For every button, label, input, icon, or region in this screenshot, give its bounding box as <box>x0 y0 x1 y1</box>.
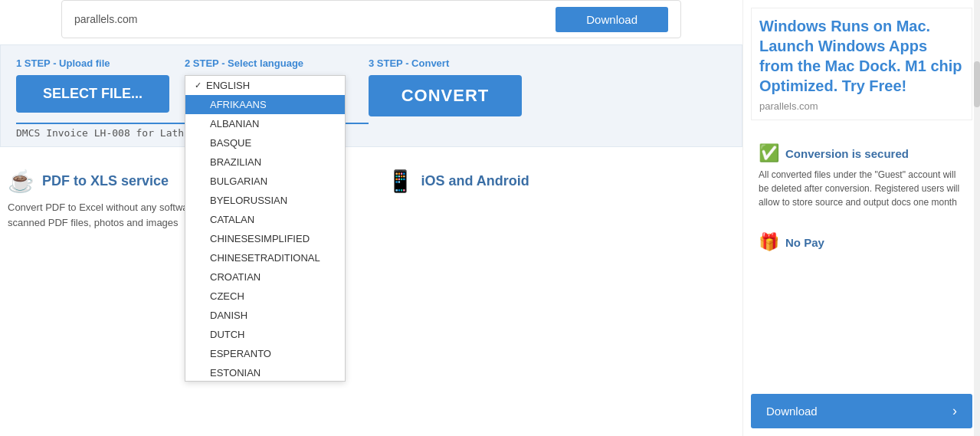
scrollbar-thumb[interactable] <box>974 61 980 107</box>
right-panel: Windows Runs on Mac. Launch Windows Apps… <box>742 0 980 436</box>
language-option-english[interactable]: ✓ENGLISH <box>185 76 345 95</box>
language-label: DANISH <box>210 310 247 321</box>
language-option-catalan[interactable]: CATALAN <box>185 210 345 229</box>
checkmark-icon: ✓ <box>195 80 202 90</box>
download-button-right[interactable]: Download › <box>751 394 972 428</box>
language-option-byelorussian[interactable]: BYELORUSSIAN <box>185 191 345 210</box>
language-label: BULGARIAN <box>210 175 267 187</box>
pdf-service-title: PDF to XLS service <box>42 173 169 189</box>
language-option-croatian[interactable]: CROATIAN <box>185 267 345 287</box>
no-pay-row: 🎁 No Pay <box>759 232 965 252</box>
language-label: BASQUE <box>210 137 251 149</box>
conversion-title: Conversion is secured <box>785 147 909 160</box>
language-label: CZECH <box>210 290 244 302</box>
language-option-chinesetraditional[interactable]: CHINESETRADITIONAL <box>185 248 345 267</box>
conversion-title-row: ✅ Conversion is secured <box>759 143 965 163</box>
language-label: ESPERANTO <box>210 348 271 359</box>
steps-row: 1 STEP - Upload file SELECT FILE... 2 ST… <box>16 57 726 116</box>
ad-text: Windows Runs on Mac. Launch Windows Apps… <box>759 16 964 96</box>
main-content: parallels.com Download 1 STEP - Upload f… <box>0 0 742 436</box>
step1-block: 1 STEP - Upload file SELECT FILE... <box>16 57 169 113</box>
ios-icon: 📱 <box>387 169 414 194</box>
top-bar: parallels.com Download <box>61 0 681 38</box>
language-label: AFRIKAANS <box>210 99 267 110</box>
language-option-dutch[interactable]: DUTCH <box>185 325 345 344</box>
url-text: parallels.com <box>74 13 137 25</box>
step2-block: 2 STEP - Select language ✓ENGLISHAFRIKAA… <box>185 57 346 75</box>
language-label: DUTCH <box>210 329 245 340</box>
ios-title-row: 📱 iOS and Android <box>387 169 736 194</box>
step3-block: 3 STEP - Convert CONVERT <box>369 57 522 116</box>
language-option-brazilian[interactable]: BRAZILIAN <box>185 152 345 172</box>
language-option-danish[interactable]: DANISH <box>185 306 345 325</box>
ios-service-block: 📱 iOS and Android <box>379 161 743 238</box>
language-label: CHINESESIMPLIFIED <box>210 233 310 244</box>
step1-label: 1 STEP - Upload file <box>16 57 110 69</box>
conversion-icon: ✅ <box>759 143 779 163</box>
language-label: CHINESETRADITIONAL <box>210 252 320 264</box>
dropdown-list[interactable]: ✓ENGLISHAFRIKAANSALBANIANBASQUEBRAZILIAN… <box>185 75 346 382</box>
ad-url: parallels.com <box>759 100 964 112</box>
conversion-block: ✅ Conversion is secured All converted fi… <box>751 136 972 217</box>
lower-section: ☕ PDF to XLS service Convert PDF to Exce… <box>0 153 742 245</box>
select-file-button[interactable]: SELECT FILE... <box>16 75 169 113</box>
language-option-czech[interactable]: CZECH <box>185 287 345 306</box>
language-label: ENGLISH <box>206 80 250 91</box>
download-label: Download <box>766 405 818 418</box>
no-pay-title: No Pay <box>785 236 824 249</box>
language-label: ESTONIAN <box>210 367 261 379</box>
download-button-top[interactable]: Download <box>556 7 668 32</box>
convert-button[interactable]: CONVERT <box>369 75 522 116</box>
chevron-right-icon: › <box>952 403 957 419</box>
language-label: CROATIAN <box>210 271 261 283</box>
scrollbar-track[interactable] <box>974 0 980 436</box>
ad-block: Windows Runs on Mac. Launch Windows Apps… <box>751 8 972 120</box>
language-label: BYELORUSSIAN <box>210 195 287 206</box>
pdf-icon: ☕ <box>8 169 34 194</box>
ios-service-title: iOS and Android <box>421 173 529 189</box>
no-pay-icon: 🎁 <box>759 232 779 252</box>
no-pay-block: 🎁 No Pay <box>751 225 972 260</box>
language-option-estonian[interactable]: ESTONIAN <box>185 363 345 382</box>
language-option-esperanto[interactable]: ESPERANTO <box>185 344 345 363</box>
language-label: ALBANIAN <box>210 118 259 129</box>
language-label: BRAZILIAN <box>210 156 261 168</box>
filename-text: DMCS Invoice LH-008 for Latha B <box>16 127 202 139</box>
step3-label: 3 STEP - Convert <box>369 57 449 69</box>
language-option-bulgarian[interactable]: BULGARIAN <box>185 172 345 191</box>
language-option-basque[interactable]: BASQUE <box>185 133 345 152</box>
language-option-afrikaans[interactable]: AFRIKAANS <box>185 95 345 114</box>
step2-label: 2 STEP - Select language <box>185 57 303 69</box>
page-wrapper: parallels.com Download 1 STEP - Upload f… <box>0 0 980 436</box>
language-label: CATALAN <box>210 214 254 225</box>
conversion-desc: All converted files under the "Guest" ac… <box>759 168 965 209</box>
language-option-albanian[interactable]: ALBANIAN <box>185 114 345 133</box>
language-option-chinesesimplified[interactable]: CHINESESIMPLIFIED <box>185 229 345 248</box>
steps-container: 1 STEP - Upload file SELECT FILE... 2 ST… <box>0 44 742 147</box>
